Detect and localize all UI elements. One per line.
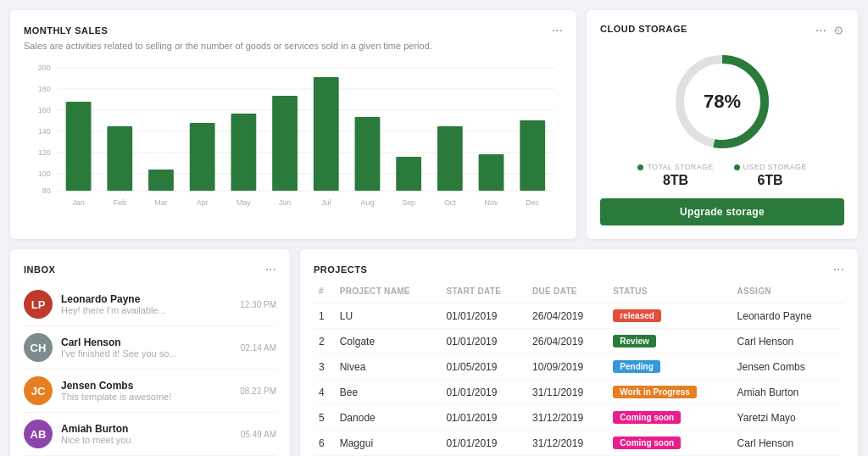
svg-text:Dec: Dec <box>526 198 539 207</box>
table-column-header: ASSIGN <box>732 283 844 303</box>
project-status: Review <box>608 329 732 354</box>
svg-rect-21 <box>355 117 381 191</box>
monthly-sales-card: MONTHLY SALES ··· Sales are activities r… <box>10 10 576 239</box>
project-num: 1 <box>314 303 335 329</box>
project-due: 31/11/2019 <box>527 380 608 405</box>
status-badge: Coming soon <box>613 411 681 424</box>
used-storage-label: USED STORAGE <box>734 163 807 171</box>
inbox-title: INBOX <box>24 264 55 275</box>
inbox-menu[interactable]: ··· <box>265 263 276 276</box>
projects-menu[interactable]: ··· <box>833 263 844 276</box>
projects-title: PROJECTS <box>314 264 367 275</box>
total-storage-stat: TOTAL STORAGE 8TB <box>637 163 713 188</box>
inbox-preview: Nice to meet you <box>61 435 232 445</box>
inbox-content: Carl Henson I've finished it! See you so… <box>61 336 232 359</box>
svg-rect-22 <box>396 157 421 191</box>
project-status: Pending <box>608 354 732 380</box>
svg-rect-24 <box>479 154 504 191</box>
table-column-header: PROJECT NAME <box>335 283 442 303</box>
avatar: JC <box>24 376 53 405</box>
project-start: 01/05/2019 <box>441 354 527 380</box>
bottom-row: INBOX ··· LP Leonardo Payne Hey! there I… <box>10 249 858 456</box>
svg-text:Jul: Jul <box>321 198 331 207</box>
svg-text:Oct: Oct <box>444 198 456 207</box>
inbox-header: INBOX ··· <box>24 263 276 276</box>
sales-title: MONTHLY SALES <box>24 25 108 36</box>
project-status: released <box>608 303 732 329</box>
inbox-time: 08.22 PM <box>240 386 276 396</box>
project-num: 4 <box>314 380 335 405</box>
table-row[interactable]: 4 Bee 01/01/2019 31/11/2019 Work in Prog… <box>314 380 844 405</box>
svg-text:Aug: Aug <box>360 198 374 207</box>
status-badge: Coming soon <box>613 437 681 449</box>
donut-percent: 78% <box>704 91 741 113</box>
svg-text:100: 100 <box>38 170 51 178</box>
donut-chart: 78% <box>671 51 773 153</box>
svg-text:Sep: Sep <box>402 198 415 207</box>
svg-rect-23 <box>437 126 463 191</box>
table-row[interactable]: 1 LU 01/01/2019 26/04/2019 released Leon… <box>314 303 844 329</box>
project-due: 26/04/2019 <box>527 329 608 354</box>
total-dot <box>637 164 643 170</box>
table-row[interactable]: 3 Nivea 01/05/2019 10/09/2019 Pending Je… <box>314 354 844 380</box>
project-num: 6 <box>314 431 335 456</box>
project-assign: Carl Henson <box>732 431 844 456</box>
total-storage-label: TOTAL STORAGE <box>637 163 713 171</box>
status-badge: released <box>613 309 661 322</box>
svg-text:80: 80 <box>42 186 51 195</box>
project-start: 01/01/2019 <box>441 431 527 456</box>
total-storage-value: 8TB <box>637 173 713 188</box>
gear-icon[interactable]: ⚙ <box>833 24 844 37</box>
dashboard: MONTHLY SALES ··· Sales are activities r… <box>0 0 868 456</box>
storage-info: TOTAL STORAGE 8TB USED STORAGE 6TB <box>600 163 844 188</box>
svg-text:160: 160 <box>38 106 51 114</box>
svg-text:200: 200 <box>38 64 51 72</box>
avatar: CH <box>24 333 53 362</box>
project-status: Coming soon <box>608 431 732 456</box>
svg-text:Apr: Apr <box>197 198 209 207</box>
avatar: LP <box>24 290 53 319</box>
project-due: 10/09/2019 <box>527 354 608 380</box>
project-name: Colgate <box>335 329 442 354</box>
inbox-item[interactable]: LP Leonardo Payne Hey! there I'm availab… <box>24 283 276 326</box>
project-assign: Yaretzi Mayo <box>732 405 844 431</box>
project-name: LU <box>335 303 442 329</box>
project-num: 3 <box>314 354 335 380</box>
svg-rect-20 <box>314 77 339 191</box>
projects-card: PROJECTS ··· #PROJECT NAMESTART DATEDUE … <box>300 249 858 456</box>
svg-rect-17 <box>190 123 215 191</box>
svg-text:180: 180 <box>38 85 51 93</box>
svg-rect-15 <box>107 126 132 191</box>
inbox-content: Amiah Burton Nice to meet you <box>61 423 232 445</box>
project-assign: Carl Henson <box>732 329 844 354</box>
cloud-storage-card: CLOUD STORAGE ··· ⚙ 78% TOT <box>587 10 858 239</box>
inbox-preview: I've finished it! See you so... <box>61 348 232 359</box>
project-due: 31/12/2019 <box>527 431 608 456</box>
svg-rect-19 <box>272 96 298 191</box>
inbox-sender-name: Carl Henson <box>61 336 232 348</box>
project-due: 31/12/2019 <box>527 405 608 431</box>
projects-header: PROJECTS ··· <box>314 263 844 276</box>
sales-menu[interactable]: ··· <box>552 24 563 37</box>
inbox-time: 02.14 AM <box>241 343 276 353</box>
svg-text:Nov: Nov <box>485 198 498 207</box>
project-due: 26/04/2019 <box>527 303 608 329</box>
cloud-menu[interactable]: ··· <box>815 24 826 37</box>
table-row[interactable]: 5 Danode 01/01/2019 31/12/2019 Coming so… <box>314 405 844 431</box>
used-storage-stat: USED STORAGE 6TB <box>734 163 807 188</box>
upgrade-storage-button[interactable]: Upgrade storage <box>600 198 844 225</box>
sales-card-header: MONTHLY SALES ··· <box>24 24 563 37</box>
used-dot <box>734 164 740 170</box>
inbox-item[interactable]: CH Carl Henson I've finished it! See you… <box>24 326 276 370</box>
inbox-item[interactable]: JC Jensen Combs This template is awesome… <box>24 370 276 413</box>
project-assign: Jensen Combs <box>732 354 844 380</box>
svg-rect-25 <box>520 120 545 191</box>
inbox-preview: Hey! there I'm available... <box>61 305 231 315</box>
table-row[interactable]: 6 Maggui 01/01/2019 31/12/2019 Coming so… <box>314 431 844 456</box>
status-badge: Review <box>613 335 655 348</box>
table-row[interactable]: 2 Colgate 01/01/2019 26/04/2019 Review C… <box>314 329 844 354</box>
table-column-header: START DATE <box>441 283 527 303</box>
inbox-preview: This template is awesome! <box>61 392 231 402</box>
inbox-item[interactable]: AB Amiah Burton Nice to meet you 05.49 A… <box>24 413 276 456</box>
project-status: Work in Progress <box>608 380 732 405</box>
